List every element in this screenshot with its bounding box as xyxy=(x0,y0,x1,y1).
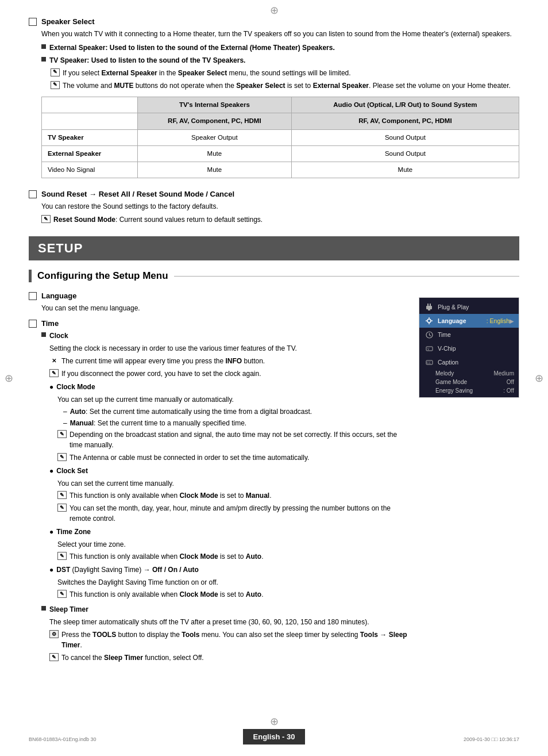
menu-item-time[interactable]: Time xyxy=(419,328,519,341)
dash-manual: Manual: Set the current time to a manual… xyxy=(63,418,407,428)
bullet-square-2 xyxy=(41,57,46,62)
svg-rect-2 xyxy=(426,306,432,309)
note-icon-tz: ✎ xyxy=(57,552,67,560)
clock-set-heading: Clock Set xyxy=(56,466,88,476)
svg-text:CC: CC xyxy=(427,361,431,364)
bullet-external-text: External Speaker: Used to listen to the … xyxy=(49,43,335,53)
note1-text: If you select External Speaker in the Sp… xyxy=(63,68,351,78)
menu-item-language[interactable]: Language : English ▶ xyxy=(419,314,519,328)
svg-line-11 xyxy=(429,335,431,336)
crosshair-right-icon: ⊕ xyxy=(535,372,543,385)
clock-content: Setting the clock is necessary in order … xyxy=(49,343,407,600)
dst-note-text: This function is only available when Clo… xyxy=(70,589,263,600)
settings-icon xyxy=(424,316,434,326)
sleep-timer-heading: Sleep Timer xyxy=(49,604,88,615)
dst-heading-text: DST (Daylight Saving Time) → Off / On / … xyxy=(56,565,199,575)
time-zone-row: ● Time Zone xyxy=(49,527,407,537)
menu-item-caption[interactable]: CC Caption xyxy=(419,355,519,369)
checkbox-icon-speaker xyxy=(29,18,37,26)
clock-bullet-row: Clock xyxy=(41,331,407,341)
menu-sub-energy[interactable]: Energy Saving : Off xyxy=(419,386,519,395)
clock-set-content: You can set the current time manually. ✎… xyxy=(57,478,407,524)
speaker-select-body: When you watch TV with it connecting to … xyxy=(41,29,519,178)
clock-set-body: You can set the current time manually. xyxy=(57,478,407,489)
dash-auto: Auto: Set the current time automatically… xyxy=(63,406,407,417)
time-zone-body: Select your time zone. xyxy=(57,539,407,550)
table-sub-col2: RF, AV, Component, PC, HDMI xyxy=(291,113,519,129)
footer-left-text: BN68-01883A-01Eng.indb 30 xyxy=(29,736,97,742)
bullet-tv-bold: TV Speaker: Used to listen to the sound … xyxy=(49,56,245,64)
vchip-icon: V xyxy=(424,343,434,354)
menu-gamemode-value: Off xyxy=(507,379,514,385)
note-icon-cs2: ✎ xyxy=(57,504,67,512)
menu-sub-melody[interactable]: Melody Medium xyxy=(419,369,519,378)
table-sub-empty xyxy=(42,113,138,129)
clock-note2-text: If you disconnect the power cord, you ha… xyxy=(61,369,261,379)
note2-text: The volume and MUTE buttons do not opera… xyxy=(63,80,511,91)
note-icon-clock1: ✕ xyxy=(49,356,59,364)
language-title-row: Language xyxy=(29,291,407,300)
svg-point-4 xyxy=(427,319,431,323)
dst-content: Switches the Daylight Saving Time functi… xyxy=(57,577,407,600)
menu-melody-label: Melody xyxy=(435,370,454,377)
menu-energy-value: : Off xyxy=(503,387,514,394)
table-row-tv-speaker: TV Speaker Speaker Output Sound Output xyxy=(42,129,519,145)
clock-set-row: ● Clock Set xyxy=(49,466,407,476)
main-content: Language You can set the menu language. … xyxy=(29,291,407,671)
time-section: Time Clock Setting the clock is necessar… xyxy=(29,319,407,663)
bullet-square-1 xyxy=(41,44,46,49)
note-icon-2: ✎ xyxy=(51,81,60,89)
svg-point-5 xyxy=(429,317,430,318)
checkbox-icon-time xyxy=(29,320,37,328)
config-heading-line xyxy=(174,276,519,277)
table-cell-nosig-label: Video No Signal xyxy=(42,162,138,178)
clock-note1-text: The current time will appear every time … xyxy=(61,356,265,366)
menu-vchip-label: V-Chip xyxy=(438,345,514,352)
config-heading-bar xyxy=(29,270,32,282)
plug-icon xyxy=(424,302,434,312)
note-icon-reset: ✎ xyxy=(41,215,51,223)
bullet-tv-speaker: TV Speaker: Used to listen to the sound … xyxy=(41,55,519,66)
clock-mode-heading: Clock Mode xyxy=(56,382,95,392)
table-cell-tv-col2: Sound Output xyxy=(291,129,519,145)
clock-set-note1-row: ✎ This function is only available when C… xyxy=(57,490,407,501)
tools-icon-sleep: ⚙ xyxy=(49,630,59,638)
menu-plug-label: Plug & Play xyxy=(438,304,514,310)
note-icon-sleep2: ✎ xyxy=(49,653,59,661)
clock-mode-note4-row: ✎ The Antenna or cable must be connected… xyxy=(57,452,407,463)
main-with-sidebar: Language You can set the menu language. … xyxy=(29,291,519,671)
table-cell-ext-label: External Speaker xyxy=(42,145,138,162)
crosshair-left-icon: ⊕ xyxy=(5,372,13,385)
sound-reset-section: Sound Reset → Reset All / Reset Sound Mo… xyxy=(29,190,519,225)
clock-set-note1-text: This function is only available when Clo… xyxy=(70,490,272,501)
sleep-timer-note2-text: To cancel the Sleep Timer function, sele… xyxy=(61,653,204,663)
sleep-timer-content: The sleep timer automatically shuts off … xyxy=(49,617,407,663)
svg-point-6 xyxy=(429,323,430,324)
clock-icon xyxy=(424,329,434,340)
menu-sub-gamemode[interactable]: Game Mode Off xyxy=(419,378,519,386)
checkbox-icon-sound-reset xyxy=(29,190,37,198)
language-desc: You can set the menu language. xyxy=(41,303,407,313)
caption-icon: CC xyxy=(424,357,434,367)
sleep-timer-note2-row: ✎ To cancel the Sleep Timer function, se… xyxy=(49,653,407,663)
time-body: Clock Setting the clock is necessary in … xyxy=(41,331,407,663)
table-row-ext-speaker: External Speaker Mute Sound Output xyxy=(42,145,519,162)
sleep-timer-body: The sleep timer automatically shuts off … xyxy=(49,617,407,627)
svg-rect-1 xyxy=(430,304,431,306)
speaker-select-heading: Speaker Select xyxy=(41,17,95,26)
svg-point-7 xyxy=(426,320,427,321)
clock-desc: Setting the clock is necessary in order … xyxy=(49,343,407,354)
bullet-square-sleep xyxy=(41,606,46,611)
bullet-square-clock xyxy=(41,332,46,337)
language-heading: Language xyxy=(41,291,76,300)
speaker-select-section: Speaker Select When you watch TV with it… xyxy=(29,17,519,178)
config-heading-row: Configuring the Setup Menu xyxy=(29,270,519,282)
clock-set-note2-row: ✎ You can set the month, day, year, hour… xyxy=(57,503,407,524)
checkbox-icon-language xyxy=(29,292,37,300)
clock-set-note2-text: You can set the month, day, year, hour, … xyxy=(70,503,407,524)
dst-row: ● DST (Daylight Saving Time) → Off / On … xyxy=(49,565,407,575)
menu-item-vchip[interactable]: V V-Chip xyxy=(419,341,519,355)
bullet-external-speaker: External Speaker: Used to listen to the … xyxy=(41,43,519,53)
table-empty-header xyxy=(42,97,138,113)
table-cell-tv-label: TV Speaker xyxy=(42,129,138,145)
